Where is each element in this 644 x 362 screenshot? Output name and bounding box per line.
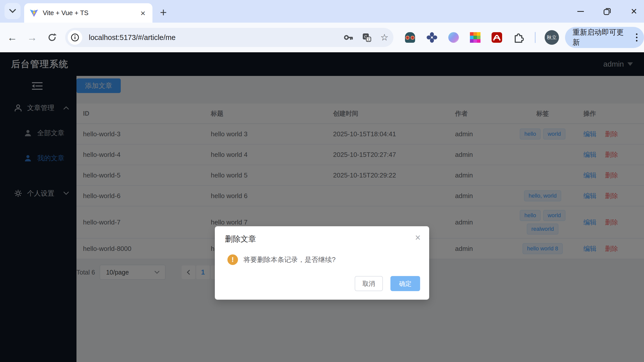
window-restore-button[interactable] [602, 6, 612, 16]
skull-shape [405, 32, 415, 43]
translate-button[interactable]: G文 [362, 32, 372, 42]
extension-swirl-icon[interactable] [448, 32, 459, 43]
chevron-down-icon [9, 9, 16, 13]
skull-eye-left [406, 36, 410, 40]
restore-icon [603, 8, 611, 15]
extensions-puzzle-button[interactable] [513, 32, 524, 43]
reload-button[interactable] [44, 30, 60, 45]
tab-close-icon[interactable]: × [139, 9, 147, 17]
back-button[interactable]: ← [5, 30, 20, 45]
browser-tabstrip: Vite + Vue + TS × + × [0, 0, 644, 23]
reload-icon [47, 33, 57, 42]
dialog-footer: 取消 确定 [225, 276, 420, 291]
extension-clover-icon[interactable] [427, 32, 437, 43]
page-viewport: 后台管理系统 admin 文章管理 全部文章 我的文章 个人设置 [0, 52, 644, 362]
swirl-shape [448, 32, 459, 43]
window-minimize-button[interactable] [576, 6, 586, 16]
bookmark-star-icon[interactable]: ☆ [380, 32, 388, 43]
modal-overlay [0, 52, 644, 362]
password-manager-button[interactable] [343, 32, 353, 42]
profile-avatar[interactable]: 秋立 [545, 30, 559, 45]
forward-button[interactable]: → [24, 30, 40, 45]
dialog-title: 删除文章 [225, 234, 420, 244]
window-close-button[interactable]: × [629, 6, 639, 16]
browser-toolbar: ← → localhost:5173/#/article/me G文 ☆ [0, 23, 644, 52]
browser-tab[interactable]: Vite + Vue + TS × [24, 3, 152, 23]
browser-menu-kebab-icon[interactable] [636, 33, 637, 41]
extension-acrobat-icon[interactable] [492, 32, 502, 43]
extension-skull-icon[interactable] [405, 32, 416, 43]
skull-eye-right [411, 36, 415, 40]
warning-icon: ! [227, 254, 238, 265]
svg-text:文: 文 [367, 37, 370, 41]
puzzle-icon [513, 32, 524, 43]
extension-colorgrid-icon[interactable] [470, 32, 480, 43]
info-icon [71, 33, 79, 42]
translate-icon: G文 [362, 32, 372, 42]
minimize-icon [577, 11, 584, 12]
dialog-close-icon[interactable]: × [415, 232, 421, 243]
vite-logo-icon [30, 9, 38, 17]
update-label: 重新启动即可更新 [573, 27, 630, 48]
browser-update-button[interactable]: 重新启动即可更新 [565, 27, 644, 48]
address-bar[interactable]: localhost:5173/#/article/me G文 ☆ [65, 28, 393, 47]
site-info-button[interactable] [68, 30, 82, 45]
new-tab-button[interactable]: + [160, 6, 167, 19]
extensions-row [405, 32, 524, 43]
toolbar-separator [535, 32, 536, 43]
key-icon [343, 32, 353, 42]
url-text[interactable]: localhost:5173/#/article/me [89, 33, 335, 42]
cancel-button[interactable]: 取消 [355, 276, 383, 291]
confirm-button[interactable]: 确定 [390, 276, 420, 291]
window-controls: × [576, 0, 639, 23]
dialog-message: 将要删除本条记录，是否继续? [244, 255, 336, 264]
dialog-body: ! 将要删除本条记录，是否继续? [225, 254, 420, 265]
tab-title: Vite + Vue + TS [43, 9, 139, 17]
tab-search-button[interactable] [5, 3, 21, 19]
delete-dialog: 删除文章 × ! 将要删除本条记录，是否继续? 取消 确定 [215, 226, 429, 300]
